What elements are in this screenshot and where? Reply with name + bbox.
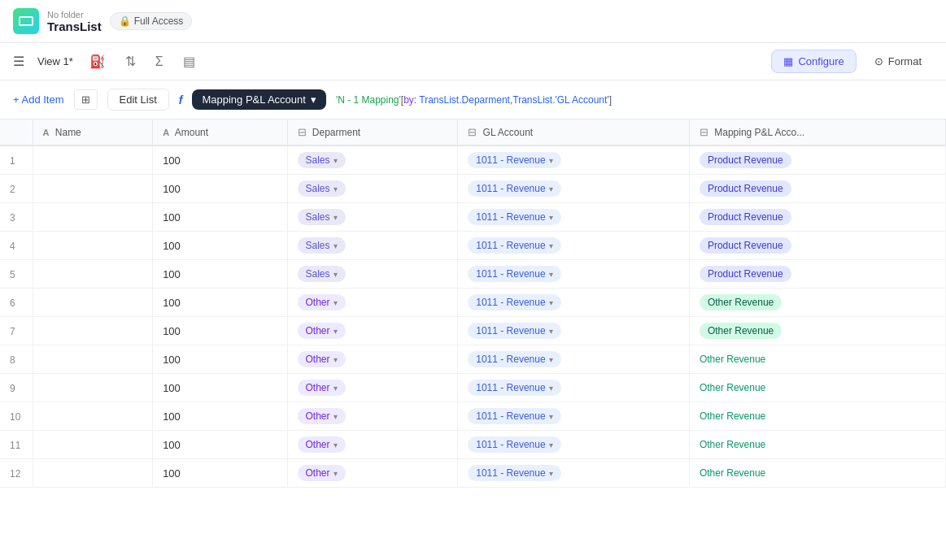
deparment-chip[interactable]: Other▾ xyxy=(298,436,346,453)
cell-deparment[interactable]: Other▾ xyxy=(287,459,458,488)
cell-deparment[interactable]: Other▾ xyxy=(287,431,458,459)
gl-account-chip[interactable]: 1011 - Revenue▾ xyxy=(468,180,560,197)
deparment-chip[interactable]: Other▾ xyxy=(298,294,346,310)
gl-dropdown-icon[interactable]: ▾ xyxy=(549,327,553,336)
cell-name[interactable] xyxy=(33,145,153,175)
gl-account-chip[interactable]: 1011 - Revenue▾ xyxy=(468,436,560,453)
gl-account-chip[interactable]: 1011 - Revenue▾ xyxy=(468,380,560,396)
cell-name[interactable] xyxy=(33,203,153,232)
deparment-chip[interactable]: Sales▾ xyxy=(298,180,346,197)
format-button[interactable]: ⊙ Format xyxy=(863,50,933,72)
mapping-badge[interactable]: Mapping P&L Account ▾ xyxy=(192,89,325,110)
cell-gl-account[interactable]: 1011 - Revenue▾ xyxy=(458,175,690,203)
deparment-dropdown-icon[interactable]: ▾ xyxy=(333,156,338,165)
deparment-dropdown-icon[interactable]: ▾ xyxy=(333,270,338,279)
gl-account-chip[interactable]: 1011 - Revenue▾ xyxy=(468,237,560,254)
col-header-mapping[interactable]: ⊟ Mapping P&L Acco... xyxy=(689,119,945,145)
cell-gl-account[interactable]: 1011 - Revenue▾ xyxy=(458,402,690,431)
cell-gl-account[interactable]: 1011 - Revenue▾ xyxy=(458,459,690,488)
deparment-dropdown-icon[interactable]: ▾ xyxy=(333,355,338,364)
cell-gl-account[interactable]: 1011 - Revenue▾ xyxy=(458,345,690,374)
gl-account-chip[interactable]: 1011 - Revenue▾ xyxy=(468,152,560,168)
cell-gl-account[interactable]: 1011 - Revenue▾ xyxy=(458,374,690,402)
sort-icon[interactable]: ⇅ xyxy=(122,50,139,72)
cell-deparment[interactable]: Sales▾ xyxy=(287,203,458,232)
deparment-dropdown-icon[interactable]: ▾ xyxy=(333,469,338,478)
deparment-chip[interactable]: Other▾ xyxy=(298,351,346,367)
cell-gl-account[interactable]: 1011 - Revenue▾ xyxy=(458,317,690,345)
gl-dropdown-icon[interactable]: ▾ xyxy=(549,469,553,478)
cell-name[interactable] xyxy=(33,345,153,374)
cell-name[interactable] xyxy=(33,459,153,488)
deparment-dropdown-icon[interactable]: ▾ xyxy=(333,412,338,421)
deparment-dropdown-icon[interactable]: ▾ xyxy=(333,384,338,393)
filter-icon[interactable]: ⛽ xyxy=(86,50,109,72)
hamburger-icon[interactable]: ☰ xyxy=(13,54,24,69)
cell-deparment[interactable]: Other▾ xyxy=(287,317,458,345)
col-header-name[interactable]: A Name xyxy=(33,119,153,145)
layout-icon[interactable]: ▤ xyxy=(180,50,198,72)
sigma-icon[interactable]: Σ xyxy=(152,51,167,72)
gl-account-chip[interactable]: 1011 - Revenue▾ xyxy=(468,209,560,225)
gl-dropdown-icon[interactable]: ▾ xyxy=(549,298,553,307)
cell-name[interactable] xyxy=(33,374,153,402)
deparment-chip[interactable]: Other▾ xyxy=(298,323,346,339)
configure-button[interactable]: ▦ Configure xyxy=(771,50,856,73)
cell-name[interactable] xyxy=(33,402,153,431)
gl-account-chip[interactable]: 1011 - Revenue▾ xyxy=(468,294,560,310)
gl-dropdown-icon[interactable]: ▾ xyxy=(549,213,553,222)
deparment-chip[interactable]: Other▾ xyxy=(298,408,346,424)
col-header-gl-account[interactable]: ⊟ GL Account xyxy=(458,119,690,145)
gl-account-chip[interactable]: 1011 - Revenue▾ xyxy=(468,266,560,282)
edit-list-button[interactable]: Edit List xyxy=(107,89,169,111)
deparment-chip[interactable]: Other▾ xyxy=(298,380,346,396)
cell-name[interactable] xyxy=(33,289,153,317)
cell-name[interactable] xyxy=(33,175,153,203)
deparment-chip[interactable]: Sales▾ xyxy=(298,209,346,225)
cell-name[interactable] xyxy=(33,232,153,260)
cell-deparment[interactable]: Other▾ xyxy=(287,345,458,374)
gl-dropdown-icon[interactable]: ▾ xyxy=(549,384,553,393)
cell-deparment[interactable]: Sales▾ xyxy=(287,232,458,260)
cell-deparment[interactable]: Other▾ xyxy=(287,402,458,431)
gl-dropdown-icon[interactable]: ▾ xyxy=(549,184,553,193)
deparment-dropdown-icon[interactable]: ▾ xyxy=(333,298,338,307)
deparment-dropdown-icon[interactable]: ▾ xyxy=(333,241,338,250)
cell-name[interactable] xyxy=(33,431,153,459)
deparment-dropdown-icon[interactable]: ▾ xyxy=(333,213,338,222)
view-label[interactable]: View 1* xyxy=(37,55,73,67)
deparment-chip[interactable]: Sales▾ xyxy=(298,266,346,282)
gl-dropdown-icon[interactable]: ▾ xyxy=(549,241,553,250)
cell-deparment[interactable]: Sales▾ xyxy=(287,260,458,289)
cell-gl-account[interactable]: 1011 - Revenue▾ xyxy=(458,232,690,260)
cell-gl-account[interactable]: 1011 - Revenue▾ xyxy=(458,289,690,317)
gl-account-chip[interactable]: 1011 - Revenue▾ xyxy=(468,323,560,339)
cell-gl-account[interactable]: 1011 - Revenue▾ xyxy=(458,431,690,459)
gl-dropdown-icon[interactable]: ▾ xyxy=(549,270,553,279)
gl-dropdown-icon[interactable]: ▾ xyxy=(549,441,553,449)
deparment-dropdown-icon[interactable]: ▾ xyxy=(333,441,338,449)
cell-gl-account[interactable]: 1011 - Revenue▾ xyxy=(458,145,690,175)
gl-dropdown-icon[interactable]: ▾ xyxy=(549,412,553,421)
gl-account-chip[interactable]: 1011 - Revenue▾ xyxy=(468,465,560,481)
expand-button[interactable]: ⊞ xyxy=(74,89,98,110)
deparment-chip[interactable]: Sales▾ xyxy=(298,152,346,168)
gl-dropdown-icon[interactable]: ▾ xyxy=(549,355,553,364)
cell-deparment[interactable]: Other▾ xyxy=(287,374,458,402)
cell-deparment[interactable]: Sales▾ xyxy=(287,175,458,203)
deparment-chip[interactable]: Other▾ xyxy=(298,465,346,481)
cell-name[interactable] xyxy=(33,317,153,345)
cell-gl-account[interactable]: 1011 - Revenue▾ xyxy=(458,260,690,289)
col-header-deparment[interactable]: ⊟ Deparment xyxy=(287,119,458,145)
cell-gl-account[interactable]: 1011 - Revenue▾ xyxy=(458,203,690,232)
cell-deparment[interactable]: Sales▾ xyxy=(287,145,458,175)
add-item-button[interactable]: + Add Item xyxy=(13,93,64,106)
col-header-amount[interactable]: A Amount xyxy=(153,119,287,145)
gl-dropdown-icon[interactable]: ▾ xyxy=(549,156,553,165)
cell-deparment[interactable]: Other▾ xyxy=(287,289,458,317)
deparment-chip[interactable]: Sales▾ xyxy=(298,237,346,254)
gl-account-chip[interactable]: 1011 - Revenue▾ xyxy=(468,408,560,424)
deparment-dropdown-icon[interactable]: ▾ xyxy=(333,184,338,193)
gl-account-chip[interactable]: 1011 - Revenue▾ xyxy=(468,351,560,367)
cell-name[interactable] xyxy=(33,260,153,289)
